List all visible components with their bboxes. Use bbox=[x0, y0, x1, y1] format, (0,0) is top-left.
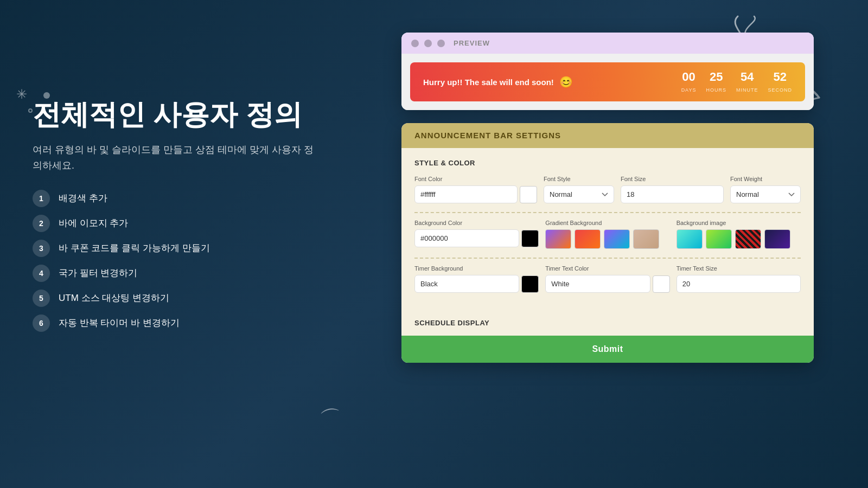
feature-label: 바 쿠폰 코드를 클릭 가능하게 만들기 bbox=[59, 242, 210, 254]
timer-display: 00 DAYS 25 HOURS 54 MINUTE 52 SECOND bbox=[681, 70, 792, 94]
feature-item: 6 자동 반복 타이머 바 변경하기 bbox=[33, 314, 315, 332]
timer-fields-row: Timer Background Timer Text Color Timer … bbox=[414, 265, 801, 293]
timer-text-size-input[interactable] bbox=[676, 275, 801, 293]
submit-button[interactable]: Submit bbox=[401, 336, 814, 363]
titlebar-dot-2 bbox=[424, 40, 432, 47]
timer-second: 52 SECOND bbox=[768, 70, 792, 94]
timer-text-color-swatch[interactable] bbox=[653, 275, 670, 293]
right-panel: PREVIEW Hurry up!! The sale will end soo… bbox=[401, 33, 814, 363]
font-weight-group: Font Weight Normal Bold Light bbox=[730, 176, 801, 203]
feature-label: UTM 소스 대상팅 변경하기 bbox=[59, 292, 169, 304]
timer-hours-label: HOURS bbox=[706, 87, 726, 93]
timer-days-value: 00 bbox=[681, 70, 697, 84]
font-size-input[interactable] bbox=[621, 185, 724, 203]
font-style-group: Font Style Normal Bold Italic bbox=[544, 176, 614, 203]
left-panel: 전체적인 사용자 정의 여러 유형의 바 및 슬라이드를 만들고 상점 테마에 … bbox=[33, 98, 315, 332]
feature-label: 국가 필터 변경하기 bbox=[59, 267, 137, 279]
feature-num: 2 bbox=[33, 215, 50, 232]
gradient-swatch-1[interactable] bbox=[545, 229, 571, 249]
font-color-input[interactable] bbox=[414, 185, 518, 203]
font-weight-label: Font Weight bbox=[730, 176, 801, 182]
bg-image-group: Background image bbox=[676, 220, 801, 249]
feature-item: 5 UTM 소스 대상팅 변경하기 bbox=[33, 290, 315, 307]
divider-2 bbox=[414, 258, 801, 259]
timer-text-color-group: Timer Text Color bbox=[545, 265, 669, 293]
bg-color-input[interactable] bbox=[414, 229, 519, 247]
bg-image-swatch-1[interactable] bbox=[676, 229, 703, 249]
font-style-label: Font Style bbox=[544, 176, 614, 182]
bg-color-swatch[interactable] bbox=[521, 230, 539, 247]
divider-1 bbox=[414, 212, 801, 213]
timer-text-color-label: Timer Text Color bbox=[545, 265, 669, 272]
feature-label: 자동 반복 타이머 바 변경하기 bbox=[59, 317, 180, 329]
gradient-swatch-3[interactable] bbox=[604, 229, 630, 249]
preview-label: PREVIEW bbox=[454, 39, 490, 47]
feature-label: 바에 이모지 추가 bbox=[59, 217, 128, 229]
schedule-section: SCHEDULE DISPLAY bbox=[401, 312, 814, 327]
font-color-label: Font Color bbox=[414, 176, 537, 182]
bg-color-group: Background Color bbox=[414, 220, 539, 249]
style-section-title: STYLE & COLOR bbox=[414, 159, 801, 167]
feature-item: 2 바에 이모지 추가 bbox=[33, 215, 315, 232]
feature-num: 6 bbox=[33, 314, 50, 332]
timer-minute: 54 MINUTE bbox=[736, 70, 758, 94]
timer-second-label: SECOND bbox=[768, 87, 792, 93]
font-style-select[interactable]: Normal Bold Italic bbox=[544, 185, 614, 203]
bg-fields-row: Background Color Gradient Background bbox=[414, 220, 801, 249]
timer-text-color-input[interactable] bbox=[545, 275, 650, 293]
bar-message-text: Hurry up!! The sale will end soon! bbox=[423, 78, 554, 87]
img-swatches bbox=[676, 229, 801, 249]
feature-item: 4 국가 필터 변경하기 bbox=[33, 265, 315, 282]
bg-image-swatch-3[interactable] bbox=[735, 229, 761, 249]
preview-content: Hurry up!! The sale will end soon! 😊 00 … bbox=[401, 54, 814, 110]
titlebar-dot-1 bbox=[411, 40, 419, 47]
gradient-swatch-4[interactable] bbox=[633, 229, 659, 249]
font-size-group: Font Size bbox=[621, 176, 724, 203]
bar-emoji: 😊 bbox=[559, 75, 573, 88]
schedule-section-title: SCHEDULE DISPLAY bbox=[414, 312, 801, 327]
timer-text-size-label: Timer Text Size bbox=[676, 265, 801, 272]
settings-body: STYLE & COLOR Font Color Font Style Norm… bbox=[401, 148, 814, 312]
gradient-swatches bbox=[545, 229, 669, 249]
timer-bg-input-row bbox=[414, 275, 539, 293]
gradient-bg-group: Gradient Background bbox=[545, 220, 669, 249]
feature-num: 3 bbox=[33, 240, 50, 257]
decoration-small-circle bbox=[28, 108, 33, 113]
settings-header: ANNOUNCEMENT BAR SETTIGNS bbox=[401, 123, 814, 148]
gradient-bg-label: Gradient Background bbox=[545, 220, 669, 226]
bg-image-swatch-4[interactable] bbox=[764, 229, 790, 249]
feature-num: 1 bbox=[33, 190, 50, 207]
subtitle: 여러 유형의 바 및 슬라이드를 만들고 상점 테마에 맞게 사용자 정의하세요… bbox=[33, 142, 315, 174]
timer-text-color-input-row bbox=[545, 275, 669, 293]
preview-titlebar: PREVIEW bbox=[401, 33, 814, 54]
font-color-swatch[interactable] bbox=[520, 186, 537, 203]
settings-title: ANNOUNCEMENT BAR SETTIGNS bbox=[414, 131, 561, 140]
decoration-stars: ✳ bbox=[16, 87, 27, 102]
timer-bg-input[interactable] bbox=[414, 275, 519, 293]
preview-window: PREVIEW Hurry up!! The sale will end soo… bbox=[401, 33, 814, 110]
feature-item: 1 배경색 추가 bbox=[33, 190, 315, 207]
bg-image-label: Background image bbox=[676, 220, 801, 226]
timer-text-size-group: Timer Text Size bbox=[676, 265, 801, 293]
main-title: 전체적인 사용자 정의 bbox=[33, 98, 315, 131]
settings-panel: ANNOUNCEMENT BAR SETTIGNS STYLE & COLOR … bbox=[401, 123, 814, 363]
feature-list: 1 배경색 추가 2 바에 이모지 추가 3 바 쿠폰 코드를 클릭 가능하게 … bbox=[33, 190, 315, 332]
timer-minute-value: 54 bbox=[736, 70, 758, 84]
font-weight-select[interactable]: Normal Bold Light bbox=[730, 185, 801, 203]
gradient-swatch-2[interactable] bbox=[575, 229, 601, 249]
timer-bg-swatch[interactable] bbox=[521, 275, 539, 293]
timer-bg-group: Timer Background bbox=[414, 265, 539, 293]
bar-message: Hurry up!! The sale will end soon! 😊 bbox=[423, 75, 573, 88]
feature-num: 5 bbox=[33, 290, 50, 307]
bg-image-swatch-2[interactable] bbox=[706, 229, 732, 249]
announcement-bar: Hurry up!! The sale will end soon! 😊 00 … bbox=[410, 62, 805, 101]
titlebar-dot-3 bbox=[437, 40, 445, 47]
timer-hours: 25 HOURS bbox=[706, 70, 726, 94]
font-color-input-row bbox=[414, 185, 537, 203]
timer-minute-label: MINUTE bbox=[736, 87, 758, 93]
feature-item: 3 바 쿠폰 코드를 클릭 가능하게 만들기 bbox=[33, 240, 315, 257]
bg-color-label: Background Color bbox=[414, 220, 539, 226]
timer-days-label: DAYS bbox=[681, 87, 697, 93]
timer-days: 00 DAYS bbox=[681, 70, 697, 94]
feature-num: 4 bbox=[33, 265, 50, 282]
